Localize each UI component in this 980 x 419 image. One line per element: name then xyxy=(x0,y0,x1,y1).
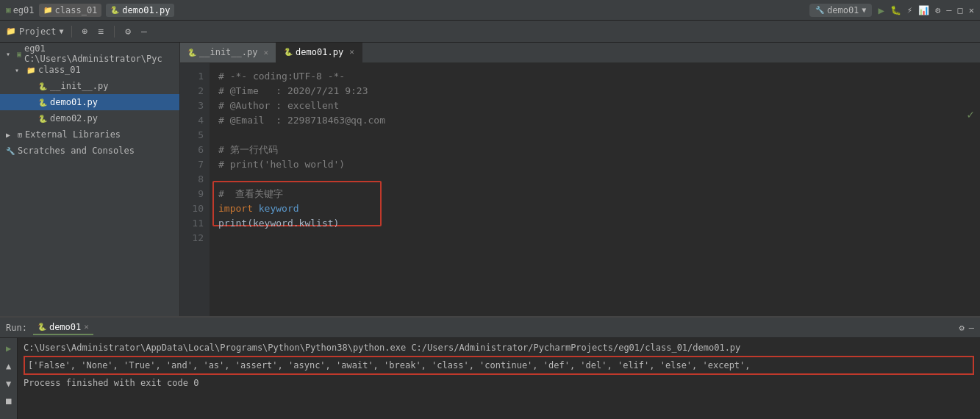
ext-libs-label: External Libraries xyxy=(25,129,121,140)
sidebar-item-class01[interactable]: ▾ 📁 class_01 xyxy=(0,62,179,78)
py-file-icon-3: 🐍 xyxy=(38,115,47,123)
coverage-button[interactable]: ⚡ xyxy=(907,5,912,15)
maximize-button[interactable]: □ xyxy=(958,5,963,15)
project-dropdown: ▼ xyxy=(60,27,64,35)
code-line-5 xyxy=(218,128,971,143)
sidebar-item-ext-libs[interactable]: ▶ ⊞ External Libraries xyxy=(0,126,179,143)
demo01-label: demo01.py xyxy=(50,97,98,107)
title-bar-left: ▣ eg01 📁 class_01 🐍 demo01.py xyxy=(6,4,805,17)
main-area: ▾ ▣ eg01 C:\Users\Administrator\Pyc ▾ 📁 … xyxy=(0,43,980,316)
run-config[interactable]: 🔧 demo01 ▼ xyxy=(809,4,872,17)
project-menu[interactable]: 📁 Project ▼ xyxy=(6,26,64,37)
init-tab-label: __init__.py xyxy=(199,47,257,57)
sidebar-item-eg01[interactable]: ▾ ▣ eg01 C:\Users\Administrator\Pyc xyxy=(0,46,179,62)
run-button[interactable]: ▶ xyxy=(878,4,884,16)
demo02-label: demo02.py xyxy=(50,113,98,123)
sidebar-item-demo01[interactable]: 🐍 demo01.py xyxy=(0,94,179,110)
collapsed-icon: ▶ xyxy=(6,131,15,139)
run-label: Run: xyxy=(6,323,27,333)
code-line-9: # 查看关键字 xyxy=(218,187,971,201)
run-stop-btn[interactable]: ⏹ xyxy=(1,394,16,409)
tab-init[interactable]: 🐍 __init__.py ✕ xyxy=(180,43,276,62)
sidebar-item-init[interactable]: 🐍 __init__.py xyxy=(0,78,179,94)
settings-toolbar-button[interactable]: ⚙ xyxy=(122,24,134,38)
folder-icon: 📁 xyxy=(26,66,35,74)
bottom-panel: Run: 🐍 demo01 ✕ ⚙ — ▶ ▲ ▼ ⏹ C:\Users\Adm… xyxy=(0,316,980,419)
run-config-icon: 🔧 xyxy=(815,6,824,14)
project-icon: ▣ xyxy=(6,5,11,15)
run-icon: 🐍 xyxy=(37,323,46,331)
close-window-button[interactable]: ✕ xyxy=(969,5,974,15)
demo01-tab-icon: 🐍 xyxy=(284,48,293,56)
demo01-title-tab[interactable]: 🐍 demo01.py xyxy=(106,4,174,17)
line-numbers: 12345 678910 1112 xyxy=(180,63,210,316)
project-icon: ▣ xyxy=(17,50,21,58)
code-line-7: # print('hello world') xyxy=(218,157,971,172)
sidebar-tree: ▾ ▣ eg01 C:\Users\Administrator\Pyc ▾ 📁 … xyxy=(0,43,179,316)
project-folder-icon: 📁 xyxy=(6,26,16,36)
dropdown-arrow: ▼ xyxy=(862,6,866,14)
minimize-toolbar-button[interactable]: — xyxy=(138,24,150,38)
py-file-icon-2: 🐍 xyxy=(38,99,47,107)
run-tab-demo01[interactable]: 🐍 demo01 ✕ xyxy=(33,320,93,335)
code-line-2: # @Time : 2020/7/21 9:23 xyxy=(218,84,971,99)
code-line-4: # @Email : 2298718463@qq.com xyxy=(218,113,971,128)
init-close-button[interactable]: ✕ xyxy=(263,48,268,57)
new-file-button[interactable]: ⊕ xyxy=(79,24,91,38)
run-play-btn[interactable]: ▶ xyxy=(1,341,16,356)
output-path: C:\Users\Administrator\AppData\Local\Pro… xyxy=(24,341,974,354)
expand-icon: ▾ xyxy=(6,50,14,58)
editor[interactable]: 12345 678910 1112 # -*- coding:UTF-8 -*-… xyxy=(180,63,980,316)
sidebar-item-demo02[interactable]: 🐍 demo02.py xyxy=(0,110,179,126)
code-content[interactable]: # -*- coding:UTF-8 -*- # @Time : 2020/7/… xyxy=(210,63,980,316)
sidebar: ▾ ▣ eg01 C:\Users\Administrator\Pyc ▾ 📁 … xyxy=(0,43,180,316)
toolbar-divider-2 xyxy=(114,26,115,37)
run-up-btn[interactable]: ▲ xyxy=(1,359,16,373)
run-tabs: Run: 🐍 demo01 ✕ ⚙ — xyxy=(0,318,980,338)
run-output: C:\Users\Administrator\AppData\Local\Pro… xyxy=(18,338,980,419)
checkmark-icon: ✓ xyxy=(967,107,974,121)
run-tab-close[interactable]: ✕ xyxy=(84,322,89,332)
init-tab-icon: 🐍 xyxy=(187,49,196,57)
py-icon: 🐍 xyxy=(110,6,119,14)
toolbar: 📁 Project ▼ ⊕ ≡ ⚙ — xyxy=(0,21,980,43)
demo01-close-button[interactable]: ✕ xyxy=(349,47,354,57)
class01-label: class_01 xyxy=(38,65,81,75)
project-toolbar: 📁 Project ▼ xyxy=(6,26,64,37)
settings-button[interactable]: ⚙ xyxy=(935,5,940,15)
class-tab[interactable]: 📁 class_01 xyxy=(39,4,102,17)
profile-button[interactable]: 📊 xyxy=(918,5,929,15)
output-exit: Process finished with exit code 0 xyxy=(24,376,974,390)
code-line-6: # 第一行代码 xyxy=(218,143,971,157)
minimize-button[interactable]: — xyxy=(946,5,951,15)
code-line-12 xyxy=(218,231,971,246)
expand-icon-2: ▾ xyxy=(15,66,24,74)
run-settings-icon[interactable]: ⚙ xyxy=(959,323,965,333)
init-label: __init__.py xyxy=(50,81,108,91)
lib-icon: ⊞ xyxy=(18,131,22,139)
scratch-icon: 🔧 xyxy=(6,147,15,155)
code-line-3: # @Author : excellent xyxy=(218,99,971,113)
code-line-1: # -*- coding:UTF-8 -*- xyxy=(218,69,971,84)
code-line-11: print(keyword.kwlist) xyxy=(218,216,971,231)
debug-button[interactable]: 🐛 xyxy=(890,5,901,15)
title-bar: ▣ eg01 📁 class_01 🐍 demo01.py 🔧 demo01 ▼… xyxy=(0,0,980,21)
run-sidebar: ▶ ▲ ▼ ⏹ xyxy=(0,338,18,419)
tab-demo01[interactable]: 🐍 demo01.py ✕ xyxy=(276,43,362,62)
structure-button[interactable]: ≡ xyxy=(95,24,107,38)
toolbar-divider-1 xyxy=(71,26,72,37)
code-line-8 xyxy=(218,172,971,187)
demo01-tab-label: demo01.py xyxy=(296,47,343,57)
run-minimize-icon[interactable]: — xyxy=(969,323,974,333)
scratches-label: Scratches and Consoles xyxy=(18,146,135,156)
title-bar-right: 🔧 demo01 ▼ ▶ 🐛 ⚡ 📊 ⚙ — □ ✕ xyxy=(809,4,974,17)
code-area: 🐍 __init__.py ✕ 🐍 demo01.py ✕ 12345 6789… xyxy=(180,43,980,316)
sidebar-item-scratches[interactable]: 🔧 Scratches and Consoles xyxy=(0,143,179,159)
eg01-label: eg01 C:\Users\Administrator\Pyc xyxy=(24,43,174,64)
output-result: ['False', 'None', 'True', 'and', 'as', '… xyxy=(24,356,974,375)
run-content: ▶ ▲ ▼ ⏹ C:\Users\Administrator\AppData\L… xyxy=(0,338,980,419)
code-line-10: import keyword xyxy=(218,201,971,216)
project-name: ▣ eg01 xyxy=(6,5,35,15)
run-down-btn[interactable]: ▼ xyxy=(1,376,16,391)
py-file-icon: 🐍 xyxy=(38,82,47,90)
